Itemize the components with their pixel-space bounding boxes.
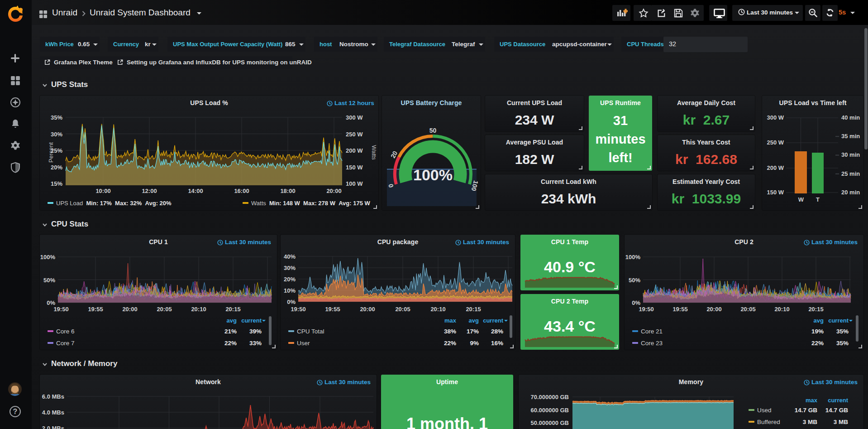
svg-text:100%: 100%	[413, 166, 453, 183]
svg-text:50: 50	[429, 127, 437, 134]
